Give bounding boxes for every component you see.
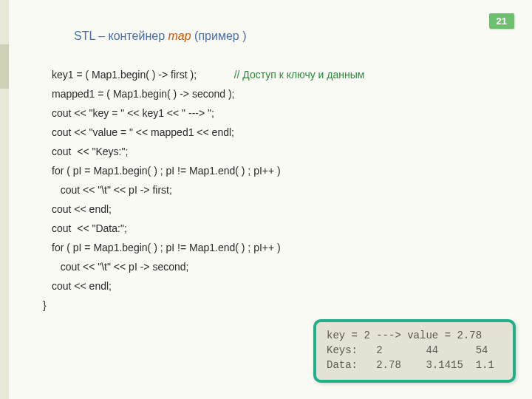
code-text: for ( pI = Map1.begin( ) ; pI != Map1.en… bbox=[52, 165, 281, 177]
code-text: cout << "Data:"; bbox=[52, 222, 127, 234]
code-text: cout << endl; bbox=[52, 280, 112, 292]
title-em: map bbox=[168, 30, 191, 42]
page-number-badge: 21 bbox=[489, 13, 514, 29]
code-text: cout << endl; bbox=[52, 203, 112, 215]
left-tab-rail bbox=[0, 0, 9, 399]
closing-brace: } bbox=[43, 296, 364, 315]
code-line: cout << "Data:"; bbox=[52, 219, 364, 238]
code-text: cout << "key = " << key1 << " ---> "; bbox=[52, 107, 214, 119]
code-text: cout << "\t" << pI -> second; bbox=[52, 261, 188, 273]
code-line: cout << "key = " << key1 << " ---> "; bbox=[52, 103, 364, 123]
code-line: mapped1 = ( Map1.begin( ) -> second ); bbox=[52, 84, 364, 103]
code-line: cout << endl; bbox=[52, 200, 364, 219]
code-text: mapped1 = ( Map1.begin( ) -> second ); bbox=[52, 88, 234, 100]
code-text: cout << "value = " << mapped1 << endl; bbox=[52, 126, 234, 138]
code-line: for ( pI = Map1.begin( ) ; pI != Map1.en… bbox=[52, 238, 364, 257]
code-text: for ( pI = Map1.begin( ) ; pI != Map1.en… bbox=[52, 242, 281, 253]
code-text: cout << "Keys:"; bbox=[52, 146, 128, 157]
title-suffix: (пример ) bbox=[191, 30, 247, 42]
title-prefix: STL – контейнер bbox=[74, 30, 168, 42]
code-text: cout << "\t" << pI -> first; bbox=[52, 184, 172, 196]
output-line: Keys: 2 44 54 bbox=[327, 343, 502, 358]
code-line: cout << "\t" << pI -> first; bbox=[52, 180, 364, 200]
code-line: cout << "Keys:"; bbox=[52, 142, 364, 161]
slide-title: STL – контейнер map (пример ) bbox=[74, 30, 246, 43]
slide: 21 STL – контейнер map (пример ) key1 = … bbox=[0, 0, 532, 399]
output-line: Data: 2.78 3.1415 1.1 bbox=[327, 358, 502, 372]
code-line: cout << "value = " << mapped1 << endl; bbox=[52, 123, 364, 142]
code-line: for ( pI = Map1.begin( ) ; pI != Map1.en… bbox=[52, 161, 364, 180]
code-line: cout << "\t" << pI -> second; bbox=[52, 257, 364, 276]
code-text: key1 = ( Map1.begin( ) -> first ); bbox=[52, 69, 197, 81]
output-box: key = 2 ---> value = 2.78 Keys: 2 44 54 … bbox=[313, 319, 516, 383]
code-comment: // Доступ к ключу и данным bbox=[197, 69, 364, 81]
code-line: key1 = ( Map1.begin( ) -> first ); // До… bbox=[52, 65, 364, 84]
output-line: key = 2 ---> value = 2.78 bbox=[327, 328, 502, 343]
code-line: cout << endl; bbox=[52, 276, 364, 296]
code-block: key1 = ( Map1.begin( ) -> first ); // До… bbox=[52, 65, 364, 315]
